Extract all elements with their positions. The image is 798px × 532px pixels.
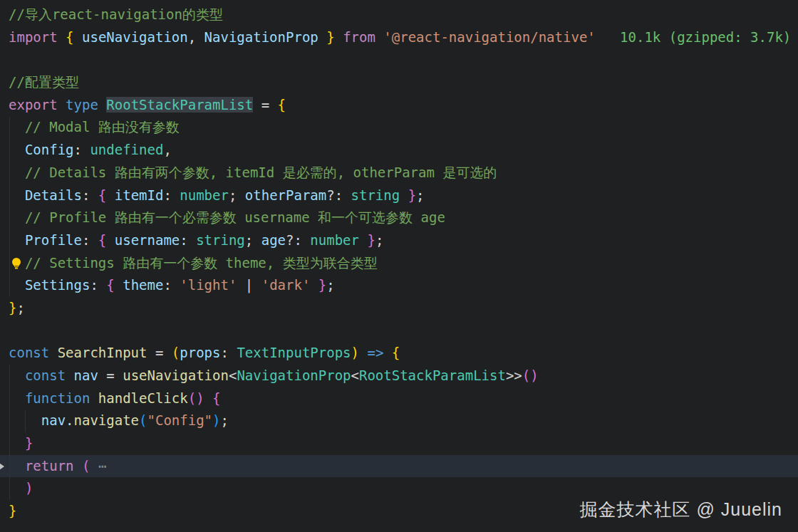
code-line[interactable]: // Profile 路由有一个必需参数 username 和一个可选参数 ag… (9, 207, 798, 229)
code-token: : (163, 277, 180, 293)
code-token: { (278, 97, 286, 113)
code-token (9, 232, 25, 248)
code-token: | (237, 277, 261, 293)
code-token: ; (16, 300, 24, 315)
code-line[interactable]: nav.navigate("Config"); (9, 410, 798, 432)
code-token: } (25, 435, 33, 451)
code-token (383, 345, 391, 360)
code-token: Details (25, 187, 82, 203)
code-line[interactable]: // Details 路由有两个参数, itemId 是必需的, otherPa… (9, 162, 798, 184)
code-token: ) (351, 345, 359, 360)
code-token: ?: (326, 187, 351, 203)
code-token (359, 232, 367, 248)
code-line[interactable]: Settings: { theme: 'light' | 'dark' }; (9, 274, 798, 297)
code-token (9, 187, 25, 203)
code-token: string (351, 187, 400, 203)
code-line[interactable]: Profile: { username: string; age?: numbe… (9, 229, 798, 252)
code-token: : (74, 142, 90, 157)
quick-fix-lightbulb-icon[interactable] (11, 257, 22, 270)
fold-region-arrow-icon[interactable] (0, 463, 4, 470)
code-token: ) (25, 480, 33, 496)
code-token: ) (530, 367, 538, 383)
code-line[interactable] (9, 48, 798, 71)
code-token (9, 367, 25, 383)
code-token (375, 29, 383, 45)
code-token: ; (375, 232, 383, 248)
code-line[interactable]: const SearchInput = (props: TextInputPro… (9, 342, 798, 365)
code-token: >> (506, 367, 522, 383)
code-token: RootStackParamList (106, 97, 253, 113)
code-line[interactable]: import { useNavigation, NavigationProp }… (9, 26, 798, 49)
code-token: } (9, 503, 16, 518)
code-token: ; (326, 277, 334, 293)
code-token (9, 390, 25, 406)
code-token: ( (188, 390, 196, 406)
code-token (359, 345, 367, 360)
code-token: ; (416, 187, 424, 203)
code-token: ( (82, 458, 90, 474)
code-token (335, 29, 343, 45)
code-token: ; (245, 232, 261, 248)
code-token: const (9, 345, 49, 360)
code-token (400, 187, 408, 203)
code-token: import (9, 29, 58, 45)
code-token: //配置类型 (9, 74, 79, 90)
code-token (106, 232, 114, 248)
code-token: Config (25, 142, 74, 157)
code-token: props (180, 345, 220, 360)
code-line[interactable]: // Settings 路由有一个参数 theme, 类型为联合类型 (9, 252, 798, 275)
code-token: undefined (90, 142, 163, 157)
code-token: navigate (74, 412, 140, 428)
code-token: : (180, 232, 196, 248)
code-token (66, 367, 73, 383)
code-lines: //导入react-navigation的类型import { useNavig… (9, 4, 798, 523)
code-line[interactable]: //配置类型 (9, 71, 798, 94)
code-token: type (66, 97, 98, 113)
code-token (9, 277, 25, 293)
code-line[interactable]: Config: undefined, (9, 139, 798, 162)
code-token: // Modal 路由没有参数 (25, 119, 180, 135)
code-token: "Config" (147, 412, 213, 428)
code-token: : (82, 187, 98, 203)
code-token: number (310, 232, 359, 248)
code-token: string (196, 232, 245, 248)
code-token: : (220, 345, 237, 360)
code-token: { (98, 232, 106, 248)
code-line[interactable] (9, 320, 798, 343)
code-token: ; (229, 187, 245, 203)
code-token (318, 29, 326, 45)
code-line[interactable]: Details: { itemId: number; otherParam?: … (9, 184, 798, 207)
code-token: ⋯ (98, 458, 106, 474)
code-line[interactable]: const nav = useNavigation<NavigationProp… (9, 365, 798, 387)
code-token: { (66, 29, 73, 45)
code-token: = (253, 97, 277, 113)
code-token: ; (220, 412, 228, 428)
code-editor[interactable]: //导入react-navigation的类型import { useNavig… (0, 0, 798, 532)
code-token: ) (196, 390, 204, 406)
code-line[interactable]: // Modal 路由没有参数 (9, 116, 798, 139)
code-token: handleClick (98, 390, 188, 406)
code-token: { (212, 390, 220, 406)
code-token: { (98, 187, 106, 203)
code-token: RootStackParamList (359, 367, 506, 383)
code-token: : (82, 232, 98, 248)
code-token: 'dark' (261, 277, 311, 293)
code-token: // Settings 路由有一个参数 theme, 类型为联合类型 (25, 255, 378, 271)
code-token: otherParam (245, 187, 326, 203)
code-token (9, 209, 25, 225)
code-token (9, 142, 25, 157)
code-token (106, 187, 114, 203)
code-token: itemId (115, 187, 164, 203)
code-line[interactable]: }; (9, 297, 798, 320)
code-line[interactable]: } (9, 432, 798, 455)
code-line[interactable]: function handleClick() { (9, 387, 798, 410)
code-token: export (9, 97, 58, 113)
code-line[interactable]: return ( ⋯ (0, 455, 798, 478)
code-token: TextInputProps (237, 345, 351, 360)
code-line[interactable]: //导入react-navigation的类型 (9, 4, 798, 26)
code-token (9, 435, 25, 451)
code-token: } (367, 232, 375, 248)
code-line[interactable]: export type RootStackParamList = { (9, 94, 798, 117)
code-line[interactable]: ) (9, 477, 798, 500)
code-token: ( (522, 367, 530, 383)
